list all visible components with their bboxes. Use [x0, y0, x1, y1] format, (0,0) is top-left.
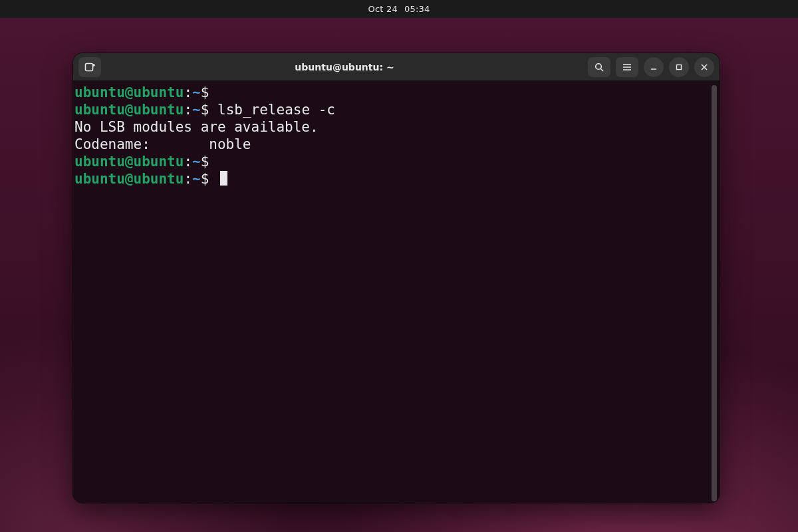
svg-line-4	[600, 68, 603, 71]
clock-date: Oct 24	[368, 4, 398, 14]
new-tab-icon	[84, 61, 96, 73]
minimize-icon	[650, 63, 658, 71]
close-button[interactable]	[694, 57, 714, 77]
new-tab-button[interactable]	[78, 57, 101, 77]
window-titlebar[interactable]: ubuntu@ubuntu: ~	[73, 53, 720, 81]
terminal-window: ubuntu@ubuntu: ~	[73, 53, 720, 503]
scrollbar-thumb[interactable]	[712, 85, 717, 501]
minimize-button[interactable]	[644, 57, 664, 77]
maximize-button[interactable]	[669, 57, 689, 77]
cursor	[220, 171, 227, 186]
close-icon	[700, 63, 708, 71]
window-title: ubuntu@ubuntu: ~	[106, 62, 583, 72]
terminal-text[interactable]: ubuntu@ubuntu:~$ ubuntu@ubuntu:~$ lsb_re…	[74, 84, 710, 500]
clock[interactable]: Oct 24 05:34	[368, 4, 430, 14]
svg-point-3	[596, 63, 602, 69]
search-icon	[594, 62, 604, 72]
terminal-body[interactable]: ubuntu@ubuntu:~$ ubuntu@ubuntu:~$ lsb_re…	[73, 81, 720, 503]
scrollbar[interactable]	[710, 84, 718, 500]
clock-time: 05:34	[404, 4, 430, 14]
maximize-icon	[675, 63, 683, 71]
search-button[interactable]	[588, 57, 610, 77]
svg-rect-0	[86, 63, 93, 70]
svg-rect-9	[677, 65, 682, 69]
hamburger-icon	[622, 62, 632, 72]
menu-button[interactable]	[616, 57, 638, 77]
top-menu-bar: Oct 24 05:34	[0, 0, 798, 18]
